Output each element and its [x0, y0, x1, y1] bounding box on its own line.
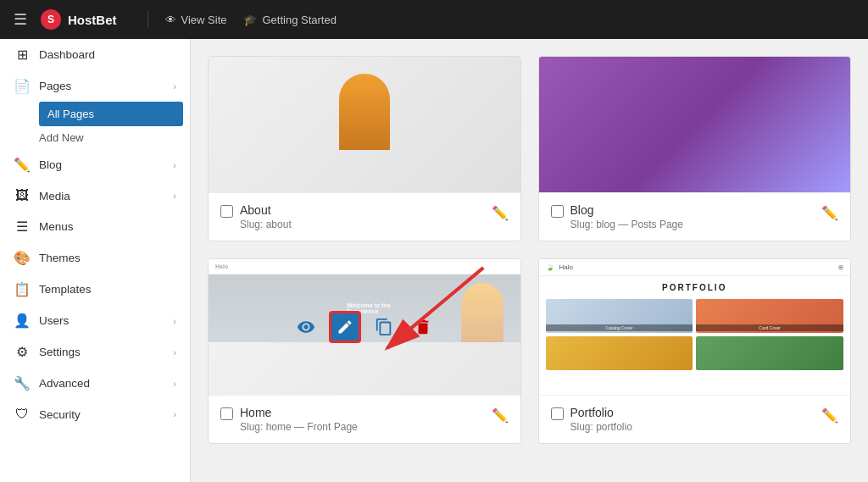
dashboard-icon: ⊞ [14, 47, 31, 63]
topbar-logo: S HostBet [41, 9, 117, 30]
portfolio-thumbnail: 🍃 Halo ≡ PORTFOLIO Catalog Cover [539, 259, 851, 395]
portfolio-page-slug: Slug: portfolio [570, 421, 632, 433]
sidebar-item-users[interactable]: 👤 Users › [0, 305, 190, 336]
portfolio-card-footer: Portfolio Slug: portfolio ✏️ [539, 395, 851, 443]
chevron-right-icon: › [173, 160, 176, 170]
delete-page-button[interactable] [407, 311, 439, 343]
main-layout: ⊞ Dashboard 📄 Pages › All Pages Add New … [0, 39, 868, 482]
sidebar-item-security[interactable]: 🛡 Security › [0, 399, 190, 429]
blog-thumbnail [539, 57, 851, 192]
view-page-button[interactable] [290, 311, 322, 343]
about-page-meta: About Slug: about [240, 203, 292, 230]
home-card-info: Home Slug: home — Front Page [220, 406, 358, 433]
pages-icon: 📄 [14, 78, 31, 94]
sidebar-item-label: Users [39, 314, 164, 327]
security-icon: 🛡 [14, 407, 31, 422]
portfolio-page-title: Portfolio [570, 406, 632, 419]
about-edit-icon[interactable]: ✏️ [492, 205, 509, 221]
about-person-figure [339, 74, 390, 150]
sidebar-item-label: Security [39, 408, 164, 421]
sidebar-item-pages[interactable]: 📄 Pages › [0, 70, 190, 102]
about-card-footer: About Slug: about ✏️ [209, 192, 520, 241]
users-icon: 👤 [14, 313, 31, 329]
topbar-left: ☰ S HostBet 👁 View Site 🎓 Getting Starte… [14, 9, 337, 30]
brand-name: HostBet [68, 13, 117, 27]
portfolio-edit-icon[interactable]: ✏️ [821, 407, 838, 424]
home-edit-icon[interactable]: ✏️ [492, 407, 509, 424]
advanced-icon: 🔧 [14, 375, 31, 391]
home-page-title: Home [240, 406, 358, 419]
portfolio-menu-icon: ≡ [838, 263, 843, 272]
topbar: ☰ S HostBet 👁 View Site 🎓 Getting Starte… [0, 0, 868, 39]
blog-page-slug: Slug: blog — Posts Page [570, 219, 683, 230]
portfolio-item-2: Card Cover [696, 299, 843, 333]
edit-page-button[interactable] [329, 311, 361, 343]
home-page-meta: Home Slug: home — Front Page [240, 406, 358, 433]
sidebar-item-media[interactable]: 🖼 Media › [0, 180, 190, 211]
sidebar-item-templates[interactable]: 📋 Templates [0, 274, 190, 305]
eye-icon: 👁 [165, 14, 176, 26]
sidebar-item-label: Settings [39, 346, 164, 358]
portfolio-item-3 [546, 336, 693, 370]
sidebar: ⊞ Dashboard 📄 Pages › All Pages Add New … [0, 39, 191, 482]
blog-checkbox[interactable] [551, 205, 564, 218]
menus-icon: ☰ [14, 219, 31, 235]
about-thumbnail [209, 57, 520, 192]
portfolio-checkbox[interactable] [551, 407, 564, 420]
chevron-right-icon: › [173, 379, 176, 389]
chevron-right-icon: › [173, 347, 176, 357]
page-card-about: About Slug: about ✏️ [208, 56, 521, 241]
home-card-overlay [209, 259, 520, 395]
blog-card-info: Blog Slug: blog — Posts Page [551, 203, 683, 230]
copy-page-button[interactable] [368, 311, 400, 343]
sidebar-item-label: Dashboard [39, 48, 176, 61]
home-checkbox[interactable] [220, 407, 233, 420]
portfolio-item-4 [696, 336, 843, 370]
about-thumb-image [209, 57, 520, 192]
home-page-slug: Slug: home — Front Page [240, 421, 358, 433]
chevron-right-icon: › [173, 191, 176, 201]
hamburger-icon[interactable]: ☰ [14, 10, 27, 29]
sidebar-item-label: Templates [39, 283, 176, 296]
chevron-right-icon: › [173, 81, 176, 91]
about-checkbox[interactable] [220, 205, 233, 218]
portfolio-item-2-label: Card Cover [696, 324, 843, 331]
sidebar-item-menus[interactable]: ☰ Menus [0, 211, 190, 242]
page-card-home: Halo Welcome to theExperience [208, 258, 521, 444]
chevron-right-icon: › [173, 316, 176, 326]
portfolio-brand: Halo [559, 263, 573, 271]
view-site-button[interactable]: 👁 View Site [165, 14, 227, 26]
topbar-nav: 👁 View Site 🎓 Getting Started [147, 11, 337, 28]
pages-grid: About Slug: about ✏️ Blog [208, 56, 851, 444]
sidebar-item-blog[interactable]: ✏️ Blog › [0, 149, 190, 180]
portfolio-thumb-header: 🍃 Halo ≡ [539, 259, 851, 276]
sidebar-item-dashboard[interactable]: ⊞ Dashboard [0, 39, 190, 70]
sidebar-subitem-add-new[interactable]: Add New [39, 126, 190, 149]
sidebar-item-settings[interactable]: ⚙ Settings › [0, 336, 190, 368]
sidebar-item-themes[interactable]: 🎨 Themes [0, 242, 190, 274]
blog-icon: ✏️ [14, 157, 31, 173]
portfolio-item-1: Catalog Cover [546, 299, 693, 333]
settings-icon: ⚙ [14, 344, 31, 360]
sidebar-item-advanced[interactable]: 🔧 Advanced › [0, 368, 190, 399]
sidebar-item-label: Advanced [39, 377, 164, 390]
blog-card-footer: Blog Slug: blog — Posts Page ✏️ [539, 192, 851, 241]
sidebar-subitem-all-pages[interactable]: All Pages [39, 102, 183, 126]
blog-thumb-image [539, 57, 851, 192]
portfolio-grid: Catalog Cover Card Cover [539, 299, 851, 370]
blog-edit-icon[interactable]: ✏️ [821, 205, 838, 221]
page-card-blog: Blog Slug: blog — Posts Page ✏️ [538, 56, 852, 241]
sidebar-item-label: Pages [39, 80, 164, 92]
graduation-icon: 🎓 [243, 14, 257, 26]
sidebar-item-label: Menus [39, 220, 176, 233]
about-page-slug: Slug: about [240, 219, 292, 230]
page-card-portfolio: 🍃 Halo ≡ PORTFOLIO Catalog Cover [538, 258, 852, 444]
getting-started-label: Getting Started [262, 14, 336, 26]
portfolio-thumb-image: 🍃 Halo ≡ PORTFOLIO Catalog Cover [539, 259, 851, 395]
portfolio-card-info: Portfolio Slug: portfolio [551, 406, 632, 433]
home-thumbnail: Halo Welcome to theExperience [209, 259, 520, 395]
getting-started-button[interactable]: 🎓 Getting Started [243, 14, 336, 26]
view-site-label: View Site [181, 14, 227, 26]
portfolio-logo-meta: Halo [559, 263, 573, 271]
nav-divider [147, 11, 148, 28]
